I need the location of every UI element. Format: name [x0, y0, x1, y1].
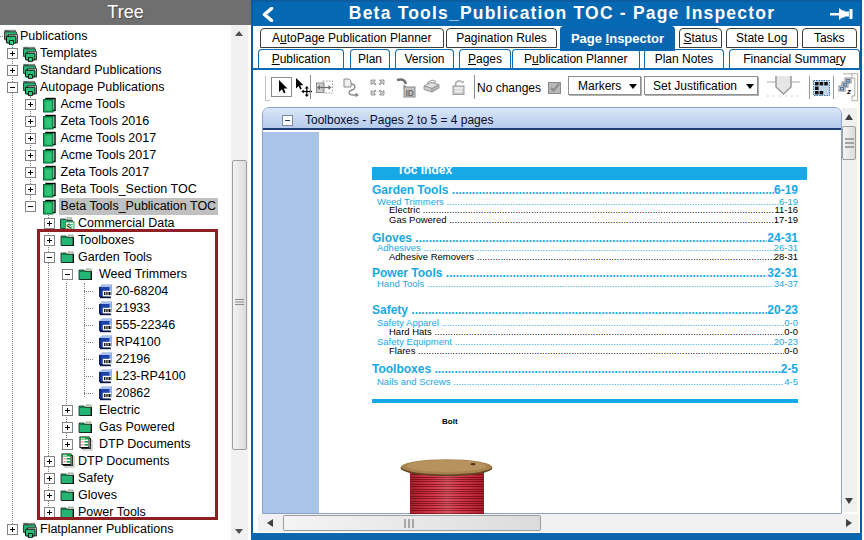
svg-text:ID: ID — [406, 88, 415, 98]
